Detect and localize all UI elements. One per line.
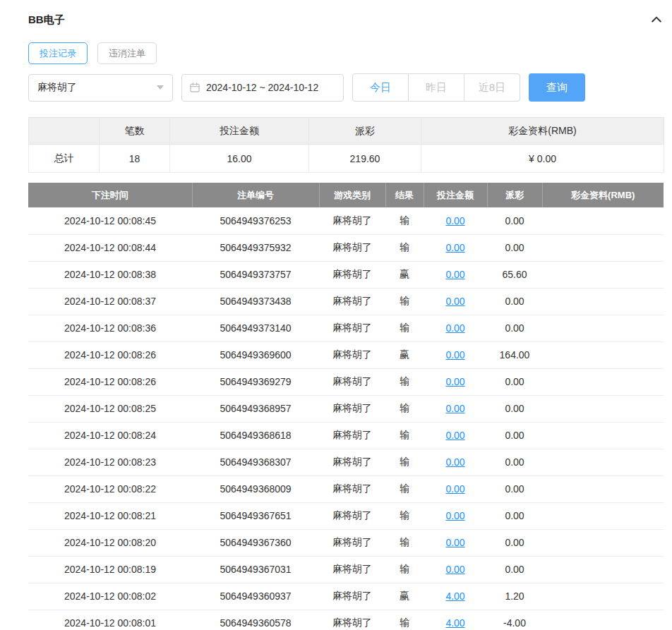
filter-bar: 麻将胡了 2024-10-12 ~ 2024-10-12 今日 昨日 近8日 查… <box>28 73 664 102</box>
bonus-cell <box>542 502 664 529</box>
bet-amount-cell: 0.00 <box>424 341 487 368</box>
header-game-type: 游戏类别 <box>319 183 385 207</box>
summary-bonus-value: ¥ 0.00 <box>421 145 664 173</box>
bet-amount-link[interactable]: 0.00 <box>445 564 464 575</box>
date-range-input[interactable]: 2024-10-12 ~ 2024-10-12 <box>181 74 344 102</box>
quick-filter-last-8-days[interactable]: 近8日 <box>464 73 520 102</box>
order-number-cell: 5064949376253 <box>192 207 319 234</box>
game-type-cell: 麻将胡了 <box>319 529 385 556</box>
order-number-cell: 5064949369279 <box>192 368 319 395</box>
quick-filter-yesterday[interactable]: 昨日 <box>408 73 464 102</box>
bet-amount-link[interactable]: 0.00 <box>445 296 464 307</box>
bet-amount-link[interactable]: 4.00 <box>445 617 464 629</box>
summary-header-bonus: 彩金资料(RMB) <box>421 118 664 145</box>
summary-header-row: 笔数 投注金额 派彩 彩金资料(RMB) <box>29 118 664 145</box>
table-row: 2024-10-12 00:08:45 5064949376253 麻将胡了 输… <box>28 207 664 234</box>
bet-amount-link[interactable]: 0.00 <box>445 376 464 387</box>
bet-amount-link[interactable]: 0.00 <box>445 510 464 521</box>
bet-amount-link[interactable]: 0.00 <box>445 242 464 253</box>
summary-total-row: 总计 18 16.00 219.60 ¥ 0.00 <box>29 145 664 173</box>
payout-cell: 0.00 <box>487 395 542 422</box>
bonus-cell <box>542 449 664 475</box>
bet-amount-cell: 0.00 <box>424 261 487 288</box>
record-tabs: 投注记录 违消注单 <box>28 42 664 64</box>
table-row: 2024-10-12 00:08:26 5064949369279 麻将胡了 输… <box>28 368 664 395</box>
bonus-cell <box>542 395 664 422</box>
summary-table: 笔数 投注金额 派彩 彩金资料(RMB) 总计 18 16.00 219.60 … <box>28 117 664 173</box>
game-select[interactable]: 麻将胡了 <box>28 74 173 102</box>
payout-cell: 0.00 <box>487 475 542 502</box>
order-number-cell: 5064949375932 <box>192 234 319 261</box>
tab-betting-records[interactable]: 投注记录 <box>28 42 88 64</box>
bonus-cell <box>542 315 664 341</box>
result-cell: 输 <box>385 610 424 630</box>
payout-cell: 0.00 <box>487 502 542 529</box>
order-number-cell: 5064949368618 <box>192 422 319 449</box>
table-row: 2024-10-12 00:08:36 5064949373140 麻将胡了 输… <box>28 315 664 341</box>
bet-amount-cell: 0.00 <box>424 422 487 449</box>
bet-time-cell: 2024-10-12 00:08:26 <box>28 368 192 395</box>
bet-amount-link[interactable]: 0.00 <box>445 215 464 226</box>
search-button[interactable]: 查询 <box>529 73 585 102</box>
bet-amount-link[interactable]: 0.00 <box>445 537 464 548</box>
bet-time-cell: 2024-10-12 00:08:23 <box>28 449 192 475</box>
table-row: 2024-10-12 00:08:26 5064949369600 麻将胡了 赢… <box>28 341 664 368</box>
game-type-cell: 麻将胡了 <box>319 610 385 630</box>
game-type-cell: 麻将胡了 <box>319 341 385 368</box>
summary-payout-value: 219.60 <box>309 145 421 173</box>
table-row: 2024-10-12 00:08:22 5064949368009 麻将胡了 输… <box>28 475 664 502</box>
order-number-cell: 5064949373140 <box>192 315 319 341</box>
bet-time-cell: 2024-10-12 00:08:21 <box>28 502 192 529</box>
result-cell: 赢 <box>385 583 424 610</box>
betting-records-panel: BB电子 投注记录 违消注单 麻将胡了 2024-10-12 ~ 2024-10… <box>0 0 672 630</box>
table-row: 2024-10-12 00:08:01 5064949360578 麻将胡了 输… <box>28 610 664 630</box>
bet-amount-cell: 0.00 <box>424 475 487 502</box>
bonus-cell <box>542 368 664 395</box>
payout-cell: 0.00 <box>487 234 542 261</box>
game-type-cell: 麻将胡了 <box>319 449 385 475</box>
quick-filter-today[interactable]: 今日 <box>352 73 409 102</box>
bet-amount-link[interactable]: 0.00 <box>445 483 464 495</box>
header-payout: 派彩 <box>487 183 542 207</box>
table-row: 2024-10-12 00:08:21 5064949367651 麻将胡了 输… <box>28 502 664 529</box>
summary-total-label: 总计 <box>29 145 100 173</box>
order-number-cell: 5064949369600 <box>192 341 319 368</box>
records-table: 下注时间 注单编号 游戏类别 结果 投注金额 派彩 彩金资料(RMB) 2024… <box>28 183 664 630</box>
game-type-cell: 麻将胡了 <box>319 502 385 529</box>
game-select-value: 麻将胡了 <box>37 81 77 94</box>
payout-cell: 0.00 <box>487 315 542 341</box>
bet-amount-link[interactable]: 0.00 <box>445 456 464 468</box>
table-row: 2024-10-12 00:08:19 5064949367031 麻将胡了 输… <box>28 556 664 583</box>
summary-count-value: 18 <box>100 145 170 173</box>
bet-time-cell: 2024-10-12 00:08:45 <box>28 207 192 234</box>
result-cell: 输 <box>385 288 424 315</box>
bet-amount-link[interactable]: 0.00 <box>445 322 464 334</box>
result-cell: 输 <box>385 395 424 422</box>
payout-cell: 0.00 <box>487 207 542 234</box>
result-cell: 输 <box>385 207 424 234</box>
bet-amount-cell: 0.00 <box>424 395 487 422</box>
bet-time-cell: 2024-10-12 00:08:44 <box>28 234 192 261</box>
chevron-up-icon <box>649 18 664 29</box>
bet-amount-link[interactable]: 0.00 <box>445 349 464 361</box>
bet-amount-link[interactable]: 4.00 <box>445 590 464 602</box>
bet-amount-link[interactable]: 0.00 <box>445 403 464 414</box>
header-bonus: 彩金资料(RMB) <box>542 183 664 207</box>
game-type-cell: 麻将胡了 <box>319 556 385 583</box>
bet-amount-link[interactable]: 0.00 <box>445 269 464 280</box>
bet-amount-cell: 0.00 <box>424 368 487 395</box>
quick-date-filters: 今日 昨日 近8日 <box>352 73 520 102</box>
tab-voided-orders[interactable]: 违消注单 <box>97 42 157 64</box>
result-cell: 输 <box>385 449 424 475</box>
summary-header-count: 笔数 <box>100 118 170 145</box>
result-cell: 输 <box>385 368 424 395</box>
summary-header-payout: 派彩 <box>309 118 421 145</box>
payout-cell: 0.00 <box>487 288 542 315</box>
result-cell: 输 <box>385 234 424 261</box>
collapse-panel-button[interactable] <box>649 13 664 27</box>
bet-time-cell: 2024-10-12 00:08:01 <box>28 610 192 630</box>
payout-cell: 1.20 <box>487 583 542 610</box>
order-number-cell: 5064949368307 <box>192 449 319 475</box>
bet-time-cell: 2024-10-12 00:08:19 <box>28 556 192 583</box>
bet-amount-link[interactable]: 0.00 <box>445 430 464 441</box>
